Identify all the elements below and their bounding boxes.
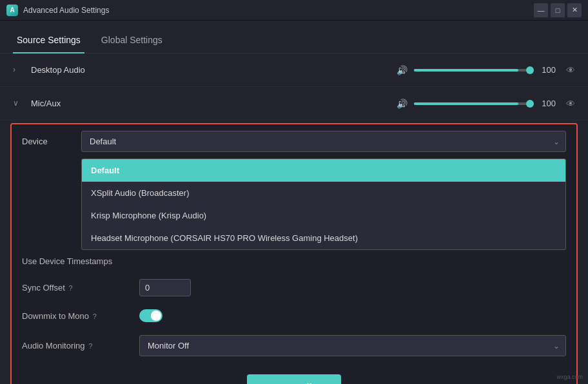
tab-source-settings[interactable]: Source Settings (13, 28, 84, 53)
downmix-mono-row: Downmix to Mono ? (12, 303, 576, 329)
mic-aux-speaker-icon: 🔊 (397, 99, 407, 109)
mic-aux-volume: 🔊 100 👁 (397, 99, 575, 109)
test-audio-row: Test Audio (12, 363, 576, 384)
desktop-audio-eye-icon[interactable]: 👁 (566, 65, 575, 75)
desktop-audio-volume-value: 100 (536, 65, 556, 75)
device-label: Device (22, 137, 74, 146)
downmix-mono-label: Downmix to Mono ? (22, 311, 132, 321)
test-audio-button[interactable]: Test Audio (247, 374, 341, 384)
desktop-audio-slider[interactable] (414, 69, 530, 72)
device-dropdown-menu: Default XSplit Audio (Broadcaster) Krisp… (81, 158, 566, 250)
minimize-button[interactable]: — (534, 3, 548, 17)
downmix-mono-toggle[interactable] (139, 309, 162, 322)
window-title: Advanced Audio Settings (23, 6, 534, 15)
watermark: wxga.com (556, 374, 583, 380)
mic-aux-slider[interactable] (414, 102, 530, 105)
audio-monitoring-help-icon: ? (88, 342, 92, 350)
use-device-timestamps-row: Use Device Timestamps (12, 250, 576, 273)
title-bar: A Advanced Audio Settings — □ ✕ (0, 0, 588, 21)
toggle-knob (151, 311, 161, 321)
dropdown-item-krisp[interactable]: Krisp Microphone (Krisp Audio) (82, 204, 565, 227)
app-icon: A (6, 5, 18, 16)
monitoring-select-wrapper: Monitor Off Monitor Only Monitor and Out… (139, 335, 566, 356)
desktop-audio-chevron[interactable]: › (13, 65, 23, 75)
desktop-audio-label: Desktop Audio (31, 65, 397, 75)
monitoring-select[interactable]: Monitor Off Monitor Only Monitor and Out… (139, 335, 566, 356)
main-content: Source Settings Global Settings › Deskto… (0, 21, 588, 384)
sync-offset-input[interactable] (139, 279, 191, 296)
downmix-mono-help-icon: ? (93, 312, 97, 320)
device-select[interactable]: Default (81, 131, 566, 152)
sync-offset-help-icon: ? (69, 284, 73, 292)
desktop-audio-speaker-icon: 🔊 (397, 65, 407, 75)
mic-aux-expanded-section: Device Default ⌄ Default XSplit Audio (B… (10, 123, 578, 384)
desktop-audio-row: › Desktop Audio 🔊 100 👁 (0, 53, 588, 87)
audio-monitoring-label: Audio Monitoring ? (22, 341, 132, 350)
mic-aux-eye-icon[interactable]: 👁 (566, 99, 575, 109)
content-area: › Desktop Audio 🔊 100 👁 ∨ Mic/Aux 🔊 (0, 53, 588, 384)
mic-aux-chevron[interactable]: ∨ (13, 99, 23, 109)
device-select-wrapper: Default ⌄ (81, 131, 566, 152)
sync-offset-label: Sync Offset ? (22, 283, 132, 293)
mic-aux-label: Mic/Aux (31, 99, 397, 108)
maximize-button[interactable]: □ (551, 3, 565, 17)
close-button[interactable]: ✕ (567, 3, 582, 17)
dropdown-item-xsplit[interactable]: XSplit Audio (Broadcaster) (82, 182, 565, 204)
dropdown-item-corsair[interactable]: Headset Microphone (CORSAIR HS70 PRO Wir… (82, 227, 565, 249)
sync-offset-row: Sync Offset ? (12, 273, 576, 303)
mic-aux-volume-value: 100 (536, 99, 556, 108)
tabs-container: Source Settings Global Settings (0, 21, 588, 53)
desktop-audio-volume: 🔊 100 👁 (397, 65, 575, 75)
dropdown-item-default[interactable]: Default (82, 159, 565, 182)
mic-aux-row: ∨ Mic/Aux 🔊 100 👁 (0, 87, 588, 120)
audio-monitoring-row: Audio Monitoring ? Monitor Off Monitor O… (12, 329, 576, 363)
device-row: Device Default ⌄ (12, 124, 576, 158)
window-controls: — □ ✕ (534, 3, 582, 17)
use-device-timestamps-label: Use Device Timestamps (22, 256, 132, 266)
tab-global-settings[interactable]: Global Settings (97, 28, 166, 53)
